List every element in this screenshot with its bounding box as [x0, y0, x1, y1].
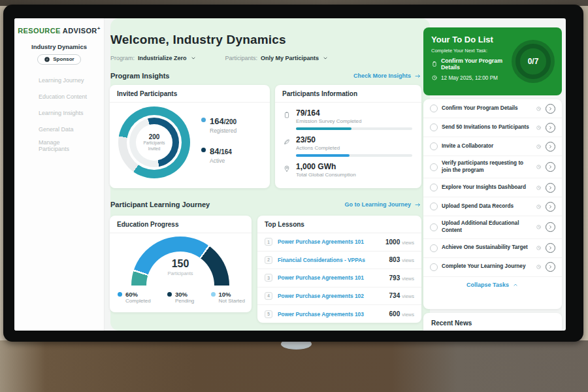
todo-task-row[interactable]: Upload Spend Data Records: [423, 197, 562, 216]
top-lessons-list: 1 Power Purchase Agreements 101 1000view…: [257, 233, 421, 323]
clock-icon: [431, 74, 438, 81]
legend-dot: [201, 148, 206, 152]
lesson-row: 1 Power Purchase Agreements 101 1000view…: [257, 233, 421, 252]
clock-icon: [536, 125, 542, 131]
todo-task-list: Confirm Your Program Details Send 50 Inv…: [423, 99, 562, 277]
todo-task-row[interactable]: Send 50 Invitations to Participants: [423, 118, 562, 137]
program-insights-title: Program Insights: [110, 72, 169, 80]
lesson-title-link[interactable]: Financial Considerations - VPPAs: [278, 257, 389, 263]
participants-filter-value: Only My Participants: [261, 55, 319, 61]
task-open-button[interactable]: [546, 183, 555, 193]
gauge-legend-item: 30% Pending: [167, 291, 194, 304]
task-open-button[interactable]: [546, 202, 555, 212]
participants-filter[interactable]: Participants: Only My Participants: [225, 55, 329, 61]
participants-stat: 1,000 GWh Total Global Consumption: [283, 162, 414, 178]
todo-task-row[interactable]: Confirm Your Program Details: [423, 99, 562, 118]
gauge-center-label: Participants: [131, 270, 229, 276]
task-open-button[interactable]: [546, 243, 555, 253]
lesson-title-link[interactable]: Power Purchase Agreements 101: [278, 274, 389, 281]
task-open-button[interactable]: [546, 262, 555, 272]
sidebar-item-learning-insights[interactable]: Learning Insights: [20, 105, 99, 122]
todo-summary-card: Your To Do List Complete Your Next Task:…: [423, 27, 562, 95]
lesson-views: 734views: [389, 292, 414, 299]
lesson-title-link[interactable]: Power Purchase Agreements 103: [278, 311, 389, 318]
clock-icon: [536, 204, 542, 210]
page-title: Welcome, Industry Dynamics: [110, 33, 286, 47]
gauge-legend-item: 60% Completed: [118, 291, 151, 304]
arrow-right-icon: [414, 73, 421, 80]
donut-center: 200 Participants Invited: [136, 124, 172, 161]
task-checkbox[interactable]: [430, 142, 438, 150]
lesson-views: 793views: [389, 274, 414, 282]
sponsor-badge-label: Sponsor: [53, 56, 74, 62]
leaf-icon: [283, 138, 291, 146]
lesson-rank: 5: [265, 310, 272, 318]
lesson-rank: 2: [265, 256, 272, 264]
todo-task-row[interactable]: Explore Your Insights Dashboard: [423, 178, 562, 197]
task-open-button[interactable]: [546, 142, 555, 152]
task-checkbox[interactable]: [430, 123, 438, 131]
lesson-row: 3 Power Purchase Agreements 101 793views: [257, 269, 421, 287]
sidebar-item-manage-participants[interactable]: Manage Participants: [20, 138, 99, 154]
todo-task-row[interactable]: Upload Additional Educational Content: [423, 216, 562, 238]
org-name: Industry Dynamics: [14, 43, 104, 50]
recent-news-title: Recent News: [431, 319, 554, 327]
chevron-up-icon: [512, 282, 519, 288]
sponsor-badge[interactable]: Sponsor: [37, 54, 80, 65]
top-lessons-card: Top Lessons 1 Power Purchase Agreements …: [257, 216, 421, 323]
collapse-tasks-link[interactable]: Collapse Tasks: [423, 277, 562, 292]
lesson-title-link[interactable]: Power Purchase Agreements 101: [278, 238, 385, 245]
lesson-views: 803views: [389, 256, 414, 263]
sidebar-item-general-data[interactable]: General Data: [20, 122, 99, 138]
arrow-right-icon: [414, 201, 421, 208]
task-checkbox[interactable]: [430, 244, 438, 252]
gauge-center: 150 Participants: [131, 258, 229, 276]
participants-information-title: Participants Information: [275, 85, 421, 103]
task-open-button[interactable]: [546, 222, 555, 232]
task-checkbox[interactable]: [430, 223, 438, 231]
todo-tasks-card: Confirm Your Program Details Send 50 Inv…: [423, 99, 562, 309]
lesson-title-link[interactable]: Power Purchase Agreements 102: [278, 293, 389, 299]
task-checkbox[interactable]: [430, 105, 438, 112]
lesson-rank: 1: [265, 238, 272, 246]
todo-progress-value: 0/7: [528, 57, 539, 66]
check-more-insights-link[interactable]: Check More Insights: [353, 73, 421, 80]
task-open-button[interactable]: [546, 162, 555, 172]
lesson-row: 2 Financial Considerations - VPPAs 803vi…: [257, 252, 421, 270]
participants-stat: 23/50 Actions Completed: [283, 135, 414, 157]
program-insights-header: Program Insights Check More Insights: [110, 72, 421, 80]
gauge-legend-item: 10% Not Started: [211, 291, 245, 304]
pin-icon: [283, 165, 291, 172]
sidebar-item-education-content[interactable]: Education Content: [20, 89, 99, 105]
legend-dot: [201, 118, 206, 122]
task-checkbox[interactable]: [430, 263, 438, 271]
program-filter[interactable]: Program: Industrialize Zero: [110, 55, 197, 61]
task-checkbox[interactable]: [430, 184, 438, 191]
task-open-button[interactable]: [546, 123, 555, 133]
todo-task-row[interactable]: Verify participants requesting to join t…: [423, 156, 562, 178]
invited-participants-card: Invited Participants 200 Participants In…: [110, 85, 270, 188]
task-checkbox[interactable]: [430, 203, 438, 210]
participants-information-card: Participants Information 79/164 Emission…: [275, 85, 421, 188]
todo-task-row[interactable]: Complete Your Learning Journey: [423, 258, 562, 277]
task-open-button[interactable]: [546, 104, 555, 114]
donut-legend-item: 164/200 Registered: [201, 115, 237, 134]
donut-center-value: 200: [149, 133, 160, 140]
monitor-bezel: RESOURCE ADVISOR+ Industry Dynamics Spon…: [3, 5, 583, 342]
task-checkbox[interactable]: [430, 163, 438, 171]
clock-icon: [536, 164, 542, 170]
invited-participants-title: Invited Participants: [110, 85, 270, 103]
todo-task-row[interactable]: Invite a Collaborator: [423, 137, 562, 156]
donut-legend: 164/200 Registered 84/164 Active: [201, 115, 237, 164]
program-filter-value: Industrialize Zero: [138, 55, 187, 61]
go-to-learning-journey-link[interactable]: Go to Learning Journey: [344, 201, 421, 208]
sidebar-item-learning-journey[interactable]: Learning Journey: [20, 73, 99, 89]
learning-journey-header: Participant Learning Journey Go to Learn…: [110, 201, 421, 208]
sponsor-icon: [44, 56, 50, 63]
stat-progress-bar: [296, 127, 412, 130]
donut-center-label: Participants Invited: [140, 140, 168, 151]
legend-dot: [211, 292, 216, 297]
main-content: Welcome, Industry Dynamics Program: Indu…: [105, 18, 425, 331]
todo-task-row[interactable]: Achieve One Sustainability Target: [423, 239, 562, 258]
lesson-row: 4 Power Purchase Agreements 102 734views: [257, 287, 421, 306]
